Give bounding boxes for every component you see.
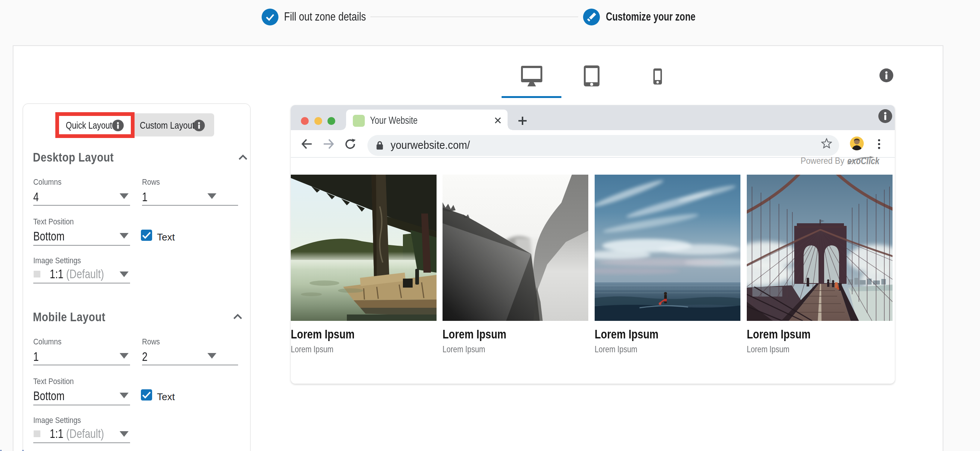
svg-text:Powered By: Powered By [800,156,844,166]
